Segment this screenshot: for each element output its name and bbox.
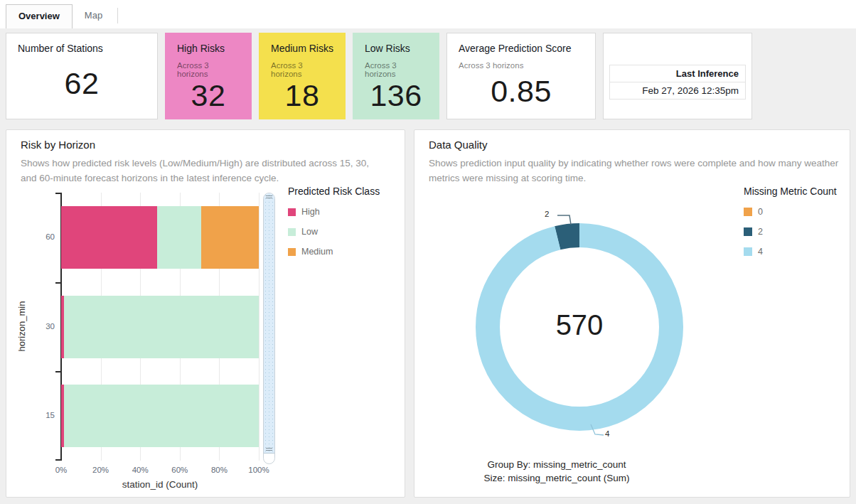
- quality-legend: Missing Metric Count 024: [744, 186, 837, 257]
- kpi-title: Low Risks: [365, 43, 427, 54]
- kpi-value: 0.85: [459, 70, 584, 113]
- donut-captions: Group By: missing_metric_count Size: mis…: [414, 458, 699, 485]
- bar-horizon-30[interactable]: [61, 296, 259, 358]
- tab-overview[interactable]: Overview: [6, 4, 73, 28]
- kpi-subtitle: Across 3 horizons: [177, 61, 240, 78]
- x-tick-label: 40%: [122, 466, 159, 474]
- last-inference-header: Last Inference: [610, 65, 745, 82]
- legend-item-low[interactable]: Low: [288, 227, 380, 237]
- legend-label: Low: [301, 227, 318, 237]
- legend-swatch-icon: [744, 227, 752, 236]
- kpi-value: 32: [177, 78, 240, 113]
- tab-separator: [117, 8, 118, 23]
- scrollbar-grip-icon: [266, 448, 272, 451]
- bar-segment-medium[interactable]: [201, 206, 259, 269]
- legend-title: Predicted Risk Class: [288, 186, 380, 197]
- scrollbar-grip-icon: [266, 195, 272, 198]
- legend-item-medium[interactable]: Medium: [288, 247, 380, 257]
- kpi-title: Medium Risks: [271, 43, 333, 54]
- x-tick-label: 60%: [161, 466, 198, 474]
- bar-horizon-60[interactable]: [61, 206, 259, 269]
- legend-swatch-icon: [288, 208, 296, 216]
- bar-segment-high[interactable]: [61, 206, 157, 269]
- last-inference-table: Last Inference Feb 27, 2026 12:35pm: [609, 65, 746, 100]
- size-caption: Size: missing_metric_count (Sum): [414, 471, 699, 485]
- legend-label: 2: [758, 227, 763, 237]
- axis-tick: [55, 371, 61, 372]
- legend-item-2[interactable]: 2: [744, 227, 837, 237]
- quality-chart-area: 570 2 4 Group By: missing_metric_count S…: [414, 130, 850, 497]
- legend-swatch-icon: [288, 228, 296, 236]
- kpi-subtitle: Across 3 horizons: [271, 61, 333, 78]
- tab-map[interactable]: Map: [73, 4, 114, 28]
- donut-slice-label-4: 4: [605, 429, 609, 438]
- sheet-tabbar: Overview Map: [0, 0, 856, 28]
- x-tick-label: 100%: [240, 466, 277, 474]
- legend-swatch-icon: [744, 208, 752, 216]
- legend-label: 4: [758, 247, 763, 257]
- bar-segment-low[interactable]: [157, 206, 202, 269]
- kpi-subtitle: Across 3 horizons: [459, 61, 584, 70]
- y-tick-label: 60: [6, 232, 55, 241]
- y-tick-label: 15: [6, 411, 55, 419]
- x-tick-label: 0%: [43, 466, 80, 474]
- axis-tick: [55, 193, 61, 194]
- kpi-average-prediction-score[interactable]: Average Prediction Score Across 3 horizo…: [446, 33, 596, 119]
- chart-scrollbar[interactable]: [263, 193, 275, 464]
- kpi-medium-risks[interactable]: Medium Risks Across 3 horizons 18: [259, 33, 346, 119]
- risk-legend: Predicted Risk Class HighLowMedium: [288, 186, 380, 257]
- x-axis-title: station_id (Count): [61, 479, 259, 490]
- legend-title: Missing Metric Count: [744, 186, 837, 197]
- legend-item-4[interactable]: 4: [744, 247, 837, 257]
- gridline: [259, 193, 260, 461]
- bar-horizon-15[interactable]: [61, 385, 259, 447]
- dashboard-canvas: Number of Stations 62 High Risks Across …: [0, 33, 856, 498]
- panels-row: Risk by Horizon Shows how predicted risk…: [6, 129, 850, 498]
- legend-label: 0: [758, 207, 763, 217]
- kpi-title: High Risks: [177, 43, 240, 54]
- axis-tick: [55, 459, 61, 461]
- last-inference-card[interactable]: Last Inference Feb 27, 2026 12:35pm: [603, 33, 752, 119]
- data-quality-panel[interactable]: Data Quality Shows prediction input qual…: [414, 129, 850, 498]
- kpi-value: 136: [365, 78, 427, 113]
- last-inference-value: Feb 27, 2026 12:35pm: [610, 82, 745, 99]
- legend-item-high[interactable]: High: [288, 207, 380, 217]
- kpi-value: 18: [271, 78, 333, 113]
- legend-swatch-icon: [744, 247, 752, 256]
- legend-label: Medium: [301, 247, 333, 257]
- risk-by-horizon-panel[interactable]: Risk by Horizon Shows how predicted risk…: [6, 129, 405, 498]
- scrollbar-thumb[interactable]: [264, 193, 274, 454]
- x-tick-label: 80%: [200, 466, 237, 474]
- group-by-caption: Group By: missing_metric_count: [414, 458, 699, 471]
- risk-plot: [61, 193, 259, 461]
- legend-item-0[interactable]: 0: [744, 207, 837, 217]
- y-tick-label: 30: [6, 322, 55, 331]
- kpi-low-risks[interactable]: Low Risks Across 3 horizons 136: [353, 33, 439, 119]
- bar-segment-low[interactable]: [64, 296, 259, 358]
- x-tick-label: 20%: [82, 466, 119, 474]
- bar-segment-low[interactable]: [64, 385, 259, 447]
- kpi-row: Number of Stations 62 High Risks Across …: [6, 33, 850, 119]
- risk-chart-area: horizon_min 603015 0%20%40%60%80%100% st…: [6, 130, 405, 497]
- kpi-value: 62: [18, 54, 146, 113]
- axis-tick: [55, 282, 61, 284]
- kpi-high-risks[interactable]: High Risks Across 3 horizons 32: [165, 33, 252, 119]
- donut-total: 570: [537, 309, 622, 341]
- donut-slice-label-2: 2: [545, 210, 549, 218]
- legend-swatch-icon: [288, 248, 296, 256]
- kpi-number-of-stations[interactable]: Number of Stations 62: [6, 33, 158, 119]
- kpi-title: Average Prediction Score: [459, 43, 584, 54]
- kpi-subtitle: Across 3 horizons: [365, 61, 427, 78]
- legend-label: High: [301, 207, 320, 217]
- kpi-title: Number of Stations: [18, 43, 146, 54]
